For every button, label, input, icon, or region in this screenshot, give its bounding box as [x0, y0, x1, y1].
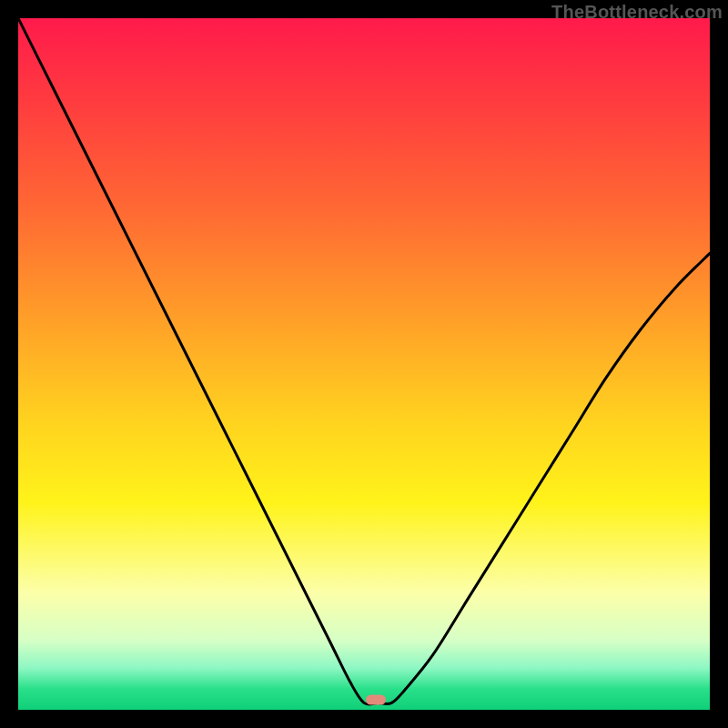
watermark-text: TheBottleneck.com: [551, 2, 723, 23]
bottleneck-curve: [18, 18, 710, 710]
chart-plot-area: [18, 18, 710, 710]
optimal-point-marker: [366, 694, 386, 704]
chart-frame: TheBottleneck.com: [0, 0, 728, 728]
